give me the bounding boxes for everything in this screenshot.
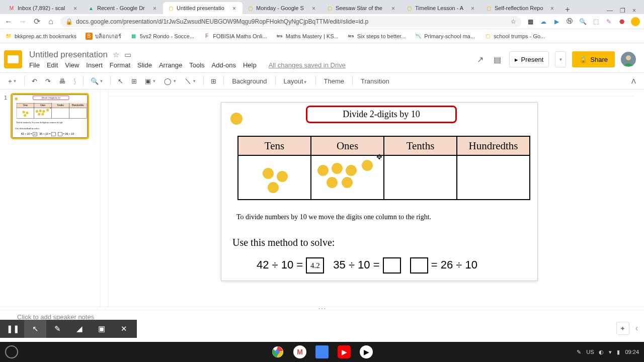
reload-button[interactable]: ⟳ [32, 17, 41, 26]
pause-button[interactable]: ❚❚ [2, 320, 24, 338]
cell-tens[interactable] [17, 108, 34, 118]
cell-tenths[interactable] [52, 108, 69, 118]
menu-file[interactable]: File [29, 61, 40, 69]
answer-box[interactable]: 4.2 [33, 132, 37, 136]
counter-dot[interactable] [362, 160, 373, 171]
ext-icon[interactable]: 🔍 [579, 18, 587, 26]
bookmark[interactable]: ▢school trumps - Go... [484, 33, 545, 40]
move-icon[interactable]: ▭ [124, 50, 131, 59]
select-tool[interactable]: ↖ [115, 75, 126, 87]
bookmark[interactable]: tesSix steps to better... [348, 33, 406, 40]
bookmark[interactable]: FFOBISIA Maths Onli... [203, 33, 267, 40]
close-icon[interactable]: × [312, 5, 318, 11]
ext-icon[interactable]: ☁ [539, 18, 547, 26]
answer-box[interactable] [51, 132, 56, 136]
comment-tool[interactable]: ⊞ [208, 75, 219, 87]
layout-button[interactable]: Layout▼ [280, 75, 311, 87]
place-value-table[interactable]: Tens Ones Tenths Hundredths [17, 103, 87, 119]
filmstrip[interactable]: 1 Divide 2-digits by 10 Tens Ones Tenths… [0, 89, 101, 307]
equation-3[interactable]: = 26 ÷ 10 [58, 132, 74, 136]
answer-box[interactable] [58, 132, 62, 136]
ext-icon[interactable]: ▦ [526, 18, 534, 26]
share-button[interactable]: 🔒Share [572, 51, 615, 67]
profile-icon[interactable] [631, 17, 640, 26]
star-icon[interactable]: ☆ [113, 50, 119, 59]
answer-box[interactable] [410, 257, 428, 274]
doc-title[interactable]: Untitled presentation [29, 50, 108, 60]
play-app-icon[interactable]: ▶ [360, 345, 373, 358]
counter-dot[interactable] [268, 182, 279, 193]
close-icon[interactable]: × [391, 5, 397, 11]
activity-icon[interactable]: ↗ [475, 54, 486, 65]
counter-dot[interactable] [26, 112, 28, 114]
slide[interactable]: Divide 2-digits by 10 Tens Ones Tenths H… [221, 103, 537, 281]
close-icon[interactable]: × [471, 5, 477, 11]
counter-dot[interactable] [15, 98, 18, 101]
equation-2[interactable]: 35 ÷ 10 = [39, 132, 55, 136]
equation-3[interactable]: = 26 ÷ 10 [410, 257, 477, 274]
menu-help[interactable]: Help [243, 61, 257, 69]
slide-title[interactable]: Divide 2-digits by 10 [33, 96, 69, 100]
menu-arrange[interactable]: Arrange [159, 61, 182, 69]
menu-edit[interactable]: Edit [47, 61, 58, 69]
pen-tray-icon[interactable]: ✎ [577, 349, 581, 355]
new-slide-button[interactable]: +▼ [5, 75, 20, 87]
tab-timeline[interactable]: ▢Timeline Lesson - A× [401, 2, 481, 14]
keyboard-lang[interactable]: US [586, 349, 594, 355]
paint-format-button[interactable]: ⟆ [70, 75, 79, 87]
back-button[interactable]: ← [4, 17, 13, 26]
counter-dot[interactable] [277, 171, 288, 182]
ext-icon[interactable]: ▶ [552, 18, 560, 26]
counter-dot[interactable] [317, 165, 329, 176]
counter-dot[interactable] [342, 177, 353, 188]
slide-title[interactable]: Divide 2-digits by 10 [306, 106, 457, 123]
image-tool[interactable]: ▣▼ [142, 75, 159, 87]
launcher-button[interactable] [5, 345, 18, 358]
comments-icon[interactable]: ▤ [492, 54, 503, 65]
answer-box[interactable] [383, 257, 401, 274]
line-tool[interactable]: ＼▼ [182, 74, 199, 87]
counter-dot[interactable] [38, 113, 40, 116]
tab-slides-active[interactable]: ▢Untitled presentatio× [163, 2, 243, 14]
menu-insert[interactable]: Insert [86, 61, 103, 69]
notification-icon[interactable]: ◐ [599, 349, 604, 355]
url-input[interactable]: 🔒 docs.google.com/presentation/d/1rJwSuZ… [60, 16, 521, 27]
new-tab-button[interactable]: + [560, 5, 571, 14]
youtube-app-icon[interactable]: ▶ [338, 345, 351, 358]
close-recording-button[interactable]: ✕ [113, 320, 135, 338]
ext-icon[interactable]: ✎ [605, 18, 613, 26]
equation-2[interactable]: 35 ÷ 10 = [333, 257, 400, 274]
menu-addons[interactable]: Add-ons [212, 61, 236, 69]
bookmark[interactable]: tesMaths Mastery | KS... [276, 33, 339, 40]
counter-dot[interactable] [346, 165, 357, 176]
close-icon[interactable]: × [153, 5, 159, 11]
tab-inbox[interactable]: MInbox (7,892) - scal× [4, 2, 84, 14]
counter-dot[interactable] [332, 163, 343, 174]
tab-monday[interactable]: ▢Monday - Google S× [243, 2, 322, 14]
clock[interactable]: 09:24 [625, 349, 639, 355]
slides-logo[interactable] [4, 50, 22, 68]
close-window-button[interactable]: × [632, 7, 636, 14]
camera-button[interactable]: ▣ [91, 320, 113, 338]
redo-button[interactable]: ↷ [42, 75, 54, 87]
chrome-app-icon[interactable] [271, 345, 284, 358]
bookmark[interactable]: 📁bkkprep.ac.th bookmarks [5, 33, 76, 40]
bookmark[interactable]: ▦5vs2 Rondo - Socce... [130, 33, 194, 40]
textbox-tool[interactable]: ⊞ [128, 75, 140, 87]
canvas[interactable]: Divide 2-digits by 10 Tens Ones Tenths H… [109, 89, 634, 307]
counter-dot[interactable] [46, 109, 49, 111]
counter-dot[interactable] [327, 177, 338, 188]
counter-dot[interactable] [39, 110, 42, 112]
home-button[interactable]: ⌂ [46, 17, 55, 26]
docs-app-icon[interactable] [315, 345, 329, 358]
place-value-table[interactable]: Tens Ones Tenths Hundredths [237, 136, 530, 200]
chevron-left-icon[interactable]: ‹ [635, 324, 638, 333]
present-dropdown[interactable]: ▼ [555, 51, 566, 67]
menu-slide[interactable]: Slide [137, 61, 152, 69]
present-button[interactable]: ▸Present [509, 51, 549, 67]
close-icon[interactable]: × [232, 5, 238, 11]
save-status[interactable]: All changes saved in Drive [269, 61, 346, 69]
ext-icon[interactable]: ⬣ [618, 18, 626, 26]
system-tray[interactable]: ✎ US ◐ ▾ ▮ 09:24 [577, 349, 639, 355]
menu-format[interactable]: Format [110, 61, 130, 69]
